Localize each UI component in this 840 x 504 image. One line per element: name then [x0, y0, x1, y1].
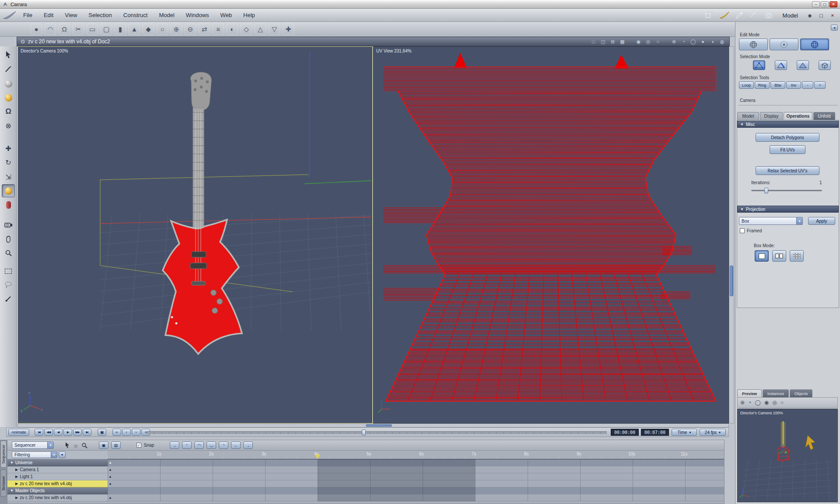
room-render-icon[interactable]: [763, 11, 775, 20]
document-title-bar[interactable]: ⊙ zv c 20 new tex with v4.obj of Doc2 □ …: [17, 37, 730, 46]
sphere-primitive-icon[interactable]: ○: [157, 24, 168, 35]
tab-display[interactable]: Display: [760, 112, 783, 120]
time-mode-dropdown[interactable]: Time ▾: [672, 429, 697, 436]
rotate-tool[interactable]: ↻: [2, 156, 15, 169]
menu-windows[interactable]: Windows: [180, 9, 215, 21]
director-camera-viewport[interactable]: Director's Camera 100%: [18, 46, 373, 424]
horizontal-scrollbar[interactable]: [18, 424, 729, 427]
track-master-objects[interactable]: [108, 487, 724, 494]
select-objects-button[interactable]: [819, 60, 831, 70]
fast-forward-button[interactable]: ▶▶: [73, 429, 82, 436]
preview-shade2-icon[interactable]: ◎: [772, 399, 777, 406]
sequencer-row-camera1[interactable]: ▶ Camera 1: [7, 466, 108, 473]
disclosure-closed-icon[interactable]: ▶: [15, 482, 18, 486]
edit-mode-vertex-button[interactable]: [739, 38, 768, 50]
room-storyboard-icon[interactable]: [749, 11, 760, 20]
menu-selection[interactable]: Selection: [83, 9, 117, 21]
loop-start-button[interactable]: «: [112, 429, 121, 436]
doc-target-button[interactable]: ◉: [806, 12, 814, 19]
dolly-view-icon[interactable]: ◯: [690, 38, 697, 45]
room-texture-icon[interactable]: [734, 11, 745, 20]
step-back-button[interactable]: ◀: [54, 429, 63, 436]
diamond-primitive-icon[interactable]: ◆: [143, 24, 154, 35]
time-scrubber[interactable]: [147, 431, 607, 434]
disclosure-open-icon[interactable]: ▼: [10, 489, 14, 493]
translate-tool[interactable]: ✚: [2, 142, 15, 155]
triangulate-tool-icon[interactable]: △: [255, 24, 266, 35]
doc-close-button[interactable]: ✕: [829, 12, 836, 19]
tab-model[interactable]: Model: [737, 112, 759, 120]
expand-tracks-button[interactable]: ▣: [99, 441, 108, 449]
shrink-selection-button[interactable]: -: [802, 81, 813, 89]
between-button[interactable]: Btw: [770, 81, 785, 89]
ring-button[interactable]: Ring: [755, 81, 770, 89]
tangent-bezier-button[interactable]: ◠: [194, 441, 204, 449]
grow-selection-button[interactable]: +: [814, 81, 826, 89]
tab-browser[interactable]: Browser: [0, 469, 7, 497]
iterations-slider-thumb[interactable]: [764, 188, 768, 193]
menu-web[interactable]: Web: [215, 9, 238, 21]
texture-ball-icon[interactable]: ◍: [718, 38, 726, 45]
track-light1[interactable]: ▲: [108, 473, 724, 480]
tangent-smooth-button[interactable]: ◜: [182, 441, 192, 449]
vertical-scrollbar[interactable]: [729, 46, 734, 424]
window-minimize-button[interactable]: −: [812, 1, 820, 7]
zoom-tool[interactable]: [2, 246, 15, 259]
time-scrubber-thumb[interactable]: [362, 430, 366, 435]
timeline-ruler[interactable]: 1s 2s 3s 4s 5s 6s 7s 8s 9s 10s 11s: [108, 451, 724, 459]
box-mode-single-button[interactable]: [755, 250, 769, 262]
projection-type-dropdown[interactable]: Box ▾: [739, 217, 803, 225]
sequencer-row-light1[interactable]: ▶ Light 1: [7, 473, 108, 480]
pan-tool[interactable]: [2, 232, 15, 245]
layout-four-pane-icon[interactable]: ⊞: [609, 38, 616, 45]
layout-two-pane-icon[interactable]: ◫: [599, 38, 607, 45]
plane-primitive-icon[interactable]: ▭: [87, 24, 98, 35]
snap-checkbox[interactable]: ✓: [136, 443, 141, 448]
menu-construct[interactable]: Construct: [118, 9, 154, 21]
tab-preview[interactable]: Preview: [737, 389, 762, 397]
pan-view-icon[interactable]: ◔: [680, 38, 687, 45]
lasso-select-tool[interactable]: [2, 278, 15, 291]
room-assemble-icon[interactable]: [704, 11, 715, 20]
tangent-ease-out-button[interactable]: ◝: [219, 441, 228, 449]
mirror-tool-icon[interactable]: ⇄: [199, 24, 210, 35]
apply-button[interactable]: Apply: [808, 217, 835, 225]
add-sphere-tool-icon[interactable]: ●: [31, 24, 42, 35]
edit-mode-uv-button[interactable]: [800, 38, 829, 50]
scissors-tool-icon[interactable]: ✂: [73, 24, 84, 35]
tangent-linear-button[interactable]: ◞: [170, 441, 179, 449]
window-maximize-button[interactable]: ▢: [821, 1, 829, 7]
track-guitar[interactable]: ▲: [108, 480, 724, 487]
disclosure-closed-icon[interactable]: ▶: [15, 475, 18, 479]
preview-pan-icon[interactable]: ◔: [748, 399, 751, 406]
sequencer-row-guitar-selected[interactable]: ▶ zv c 20 new tex with v4.obj: [7, 480, 108, 487]
zoom-tool-icon[interactable]: [81, 442, 88, 448]
play-button[interactable]: ▶: [63, 429, 72, 436]
spline-tool-icon[interactable]: ◠: [45, 24, 56, 35]
tangent-ease-in-button[interactable]: ◡: [206, 441, 216, 449]
render-preview-icon[interactable]: ●: [699, 38, 707, 45]
vertical-scrollbar-thumb[interactable]: [730, 266, 733, 296]
box-primitive-icon[interactable]: ▢: [101, 24, 112, 35]
light-toggle-icon[interactable]: ☼: [73, 442, 79, 449]
magnet-tool-icon[interactable]: Ω: [59, 24, 70, 35]
tab-objects[interactable]: Objects: [790, 389, 812, 397]
shading-wireframe-icon[interactable]: ○: [654, 38, 662, 45]
select-polygons-button[interactable]: [797, 60, 809, 70]
fast-rewind-button[interactable]: ◀◀: [44, 429, 53, 436]
fit-uvs-button[interactable]: Fit UVs: [770, 145, 805, 154]
jump-start-button[interactable]: |◀: [35, 429, 43, 436]
sequencer-mode-dropdown[interactable]: Sequencer ▾: [12, 441, 54, 449]
panel-collapse-button[interactable]: ◂: [831, 24, 838, 31]
horizontal-scrollbar-thumb[interactable]: [366, 424, 392, 427]
cone-primitive-icon[interactable]: ▲: [129, 24, 140, 35]
projection-section-header[interactable]: ▼ Projection: [737, 206, 839, 213]
edit-mode-assembly-button[interactable]: [770, 38, 798, 50]
sequencer-row-universe[interactable]: ▼ Universe: [7, 459, 108, 466]
sequencer-row-master-objects[interactable]: ▼ Master Objects: [7, 487, 108, 494]
menu-edit[interactable]: Edit: [38, 9, 59, 21]
end-time-field[interactable]: 00:07:00: [641, 429, 669, 436]
doc-restore-button[interactable]: ▢: [817, 12, 825, 19]
draw-tool[interactable]: [2, 63, 15, 76]
track-camera1[interactable]: ▲: [108, 466, 724, 473]
